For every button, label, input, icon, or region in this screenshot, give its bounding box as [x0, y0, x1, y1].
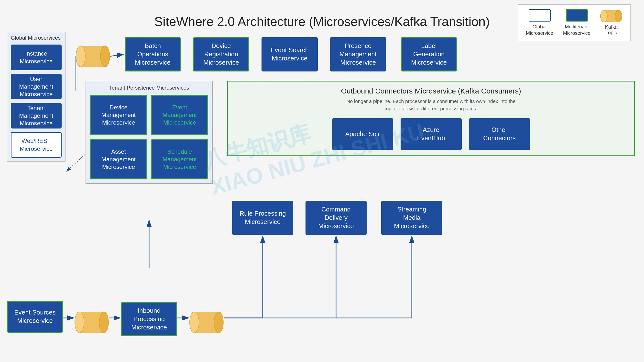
legend-global: GlobalMicroservice — [526, 9, 553, 36]
outbound-connectors-panel: Outbound Connectors Microservice (Kafka … — [227, 81, 635, 156]
outbound-panel-title: Outbound Connectors Microservice (Kafka … — [235, 87, 627, 95]
other-connectors: OtherConnectors — [469, 118, 530, 150]
event-search-microservice: Event SearchMicroservice — [262, 37, 318, 71]
kafka-topic-bottom-right — [190, 311, 224, 334]
schedule-management-microservice: ScheduleManagementMicroservice — [151, 139, 208, 179]
global-microservices-panel: Global Microservices InstanceMicroservic… — [7, 32, 66, 161]
tenant-panel-label: Tenant Persistence Microservices — [109, 85, 189, 91]
presence-management-microservice: PresenceManagementMicroservice — [330, 37, 386, 71]
rule-processing-microservice: Rule ProcessingMicroservice — [232, 201, 293, 235]
user-management-microservice: UserManagementMicroservice — [11, 74, 62, 99]
svg-point-14 — [214, 312, 224, 333]
svg-point-2 — [615, 10, 622, 22]
svg-point-11 — [75, 312, 84, 333]
svg-point-10 — [99, 312, 108, 333]
svg-line-28 — [66, 154, 85, 171]
svg-line-19 — [110, 54, 124, 56]
web-rest-microservice: Web/RESTMicroservice — [11, 132, 62, 158]
svg-point-3 — [600, 10, 607, 22]
tenant-management-microservice: TenantManagementMicroservice — [11, 103, 62, 128]
device-registration-microservice: DeviceRegistrationMicroservice — [193, 37, 249, 71]
kafka-topic-bottom-left — [74, 311, 109, 334]
event-sources-microservice: Event SourcesMicroservice — [7, 301, 63, 333]
event-management-microservice: EventManagementMicroservice — [151, 95, 208, 135]
inbound-processing-microservice: InboundProcessingMicroservice — [121, 302, 177, 336]
device-management-microservice: DeviceManagementMicroservice — [90, 95, 147, 135]
svg-point-7 — [76, 46, 85, 67]
instance-microservice: InstanceMicroservice — [11, 45, 62, 70]
kafka-topic-top — [76, 45, 110, 68]
legend: GlobalMicroservice MultitenantMicroservi… — [518, 5, 631, 41]
legend-multitenant: MultitenantMicroservice — [563, 9, 590, 36]
asset-management-microservice: AssetManagementMicroservice — [90, 139, 147, 179]
label-generation-microservice: LabelGenerationMicroservice — [401, 37, 457, 71]
global-panel-label: Global Microservices — [11, 35, 60, 41]
tenant-persistence-panel: Tenant Persistence Microservices DeviceM… — [86, 81, 213, 184]
outbound-panel-desc: No longer a pipeline. Each processor is … — [235, 98, 627, 112]
svg-point-15 — [190, 312, 199, 333]
command-delivery-microservice: CommandDeliveryMicroservice — [306, 201, 366, 235]
batch-operations-microservice: BatchOperationsMicroservice — [125, 37, 181, 71]
svg-point-6 — [100, 46, 110, 67]
azure-eventhub-connector: AzureEventHub — [400, 118, 462, 150]
apache-solr-connector: Apache Solr — [332, 118, 393, 150]
streaming-media-microservice: StreamingMediaMicroservice — [381, 201, 442, 235]
legend-kafka: KafkaTopic — [600, 10, 622, 36]
